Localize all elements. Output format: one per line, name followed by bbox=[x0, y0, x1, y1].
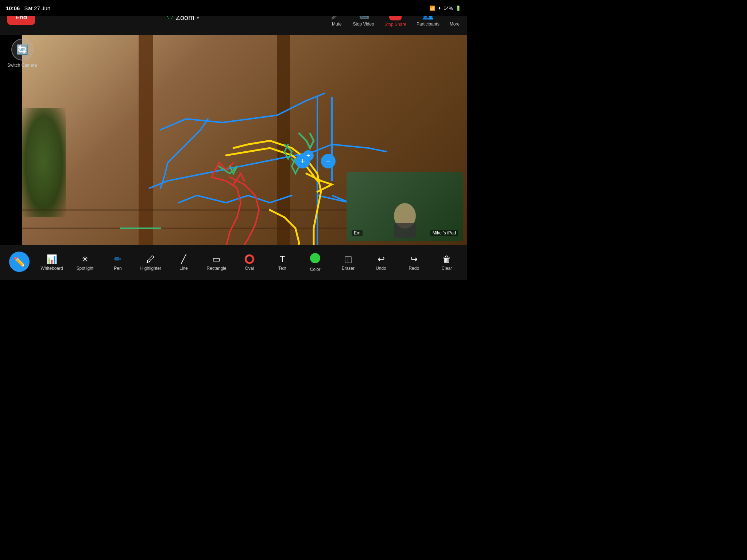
status-date: Sat 27 Jun bbox=[24, 5, 50, 11]
text-button[interactable]: T Text bbox=[271, 254, 293, 271]
svg-rect-14 bbox=[394, 223, 416, 238]
oval-icon: ⭕ bbox=[244, 254, 255, 264]
eraser-button[interactable]: ◫ Eraser bbox=[337, 254, 359, 271]
oval-label: Oval bbox=[245, 266, 254, 271]
zoom-out-button[interactable]: − bbox=[321, 154, 336, 168]
undo-label: Undo bbox=[376, 266, 386, 271]
line-label: Line bbox=[179, 266, 188, 271]
highlighter-label: Highlighter bbox=[140, 266, 161, 271]
thumbnail-em-label: Em bbox=[352, 230, 363, 236]
redo-icon: ↪ bbox=[410, 254, 418, 264]
highlighter-button[interactable]: 🖊 Highlighter bbox=[140, 254, 162, 271]
color-label: Color bbox=[310, 267, 321, 272]
undo-button[interactable]: ↩ Undo bbox=[370, 254, 392, 271]
participants-label: Participants bbox=[417, 22, 440, 27]
whiteboard-label: Whiteboard bbox=[40, 266, 63, 271]
oval-button[interactable]: ⭕ Oval bbox=[239, 254, 260, 271]
line-icon: ╱ bbox=[181, 254, 186, 264]
thumbnail-name-label: Mike 's iPad bbox=[430, 230, 458, 236]
clear-label: Clear bbox=[442, 266, 452, 271]
svg-rect-0 bbox=[139, 35, 153, 245]
main-video-area: + + − Em Mike 's iPad bbox=[22, 35, 467, 245]
text-icon: T bbox=[280, 254, 285, 264]
eraser-icon: ◫ bbox=[344, 254, 352, 264]
spotlight-icon: ✳ bbox=[81, 254, 89, 264]
switch-camera-button[interactable]: 🔄 Switch Camera bbox=[7, 39, 37, 68]
zoom-add-button[interactable]: + bbox=[303, 150, 314, 161]
pen-fab-button[interactable]: ✏️ bbox=[9, 252, 30, 272]
stop-video-label: Stop Video bbox=[353, 22, 374, 27]
wifi-icon: 📶 bbox=[429, 5, 435, 11]
pen-label: Pen bbox=[114, 266, 121, 271]
status-time: 10:06 bbox=[6, 5, 20, 11]
camera-rotate-icon: 🔄 bbox=[11, 39, 33, 61]
eraser-label: Eraser bbox=[342, 266, 355, 271]
svg-rect-1 bbox=[277, 35, 290, 245]
spotlight-label: Spotlight bbox=[76, 266, 93, 271]
clear-button[interactable]: 🗑 Clear bbox=[436, 254, 458, 271]
bottom-toolbar: ✏️ 📊 Whiteboard ✳ Spotlight ✏ Pen 🖊 High… bbox=[0, 245, 467, 280]
text-label: Text bbox=[278, 266, 286, 271]
self-view-thumbnail: Em Mike 's iPad bbox=[347, 172, 463, 241]
whiteboard-button[interactable]: 📊 Whiteboard bbox=[40, 254, 63, 271]
redo-label: Redo bbox=[409, 266, 419, 271]
highlighter-icon: 🖊 bbox=[146, 254, 155, 264]
whiteboard-icon: 📊 bbox=[46, 254, 57, 264]
status-icons: 📶 ✈ 14% 🔋 bbox=[429, 5, 461, 11]
mute-label: Mute bbox=[332, 22, 342, 27]
clear-icon: 🗑 bbox=[442, 254, 451, 264]
pen-button[interactable]: ✏ Pen bbox=[107, 254, 129, 271]
color-button[interactable]: Color bbox=[304, 253, 326, 272]
switch-camera-label: Switch Camera bbox=[7, 63, 37, 68]
spotlight-button[interactable]: ✳ Spotlight bbox=[74, 254, 96, 271]
rectangle-icon: ▭ bbox=[212, 254, 221, 264]
signal-icon: ✈ bbox=[437, 5, 441, 11]
status-bar: 10:06 Sat 27 Jun 📶 ✈ 14% 🔋 bbox=[0, 0, 467, 16]
color-swatch-icon bbox=[310, 253, 320, 265]
undo-icon: ↩ bbox=[378, 254, 385, 264]
battery-level: 14% bbox=[444, 5, 453, 11]
more-label: More bbox=[450, 22, 460, 27]
rectangle-button[interactable]: ▭ Rectangle bbox=[206, 254, 228, 271]
battery-icon: 🔋 bbox=[455, 5, 461, 11]
redo-button[interactable]: ↪ Redo bbox=[403, 254, 425, 271]
pen-icon: ✏ bbox=[114, 254, 121, 264]
rectangle-label: Rectangle bbox=[207, 266, 227, 271]
line-button[interactable]: ╱ Line bbox=[173, 254, 194, 271]
stop-share-label: Stop Share bbox=[384, 22, 406, 27]
